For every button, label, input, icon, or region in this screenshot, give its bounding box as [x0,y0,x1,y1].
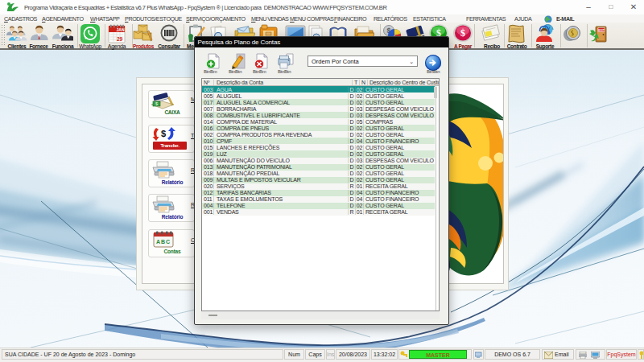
svg-text:$: $ [460,27,465,39]
svg-text:$: $ [161,129,166,138]
svg-text:EXIT: EXIT [598,29,605,32]
svg-text:JAN: JAN [116,27,124,32]
svg-text:29: 29 [117,36,123,42]
svg-text:ABC: ABC [156,239,171,245]
svg-text:$: $ [155,101,158,106]
